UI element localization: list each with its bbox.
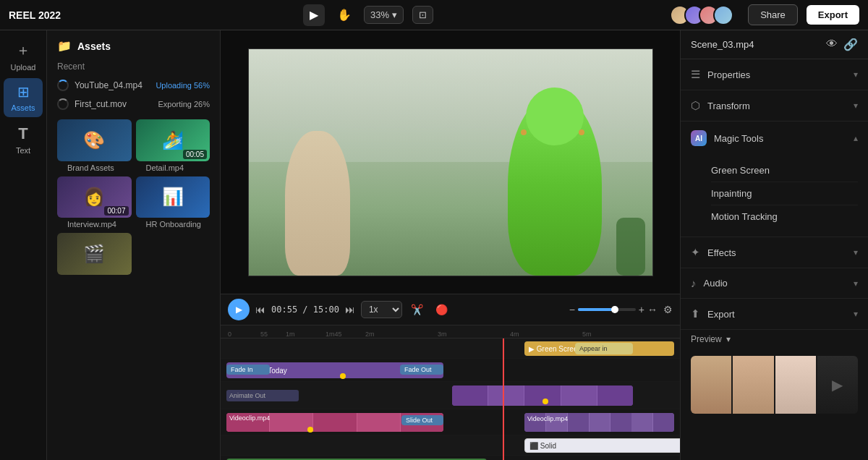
speed-select[interactable]: 1x2x0.5x [361, 301, 402, 318]
clip-appear[interactable]: Appear in [575, 343, 633, 354]
section-magic-tools: AI Magic Tools ▴ Green Screen Inpainting… [681, 122, 868, 237]
asset-duration-interview: 00:07 [104, 206, 128, 216]
export-button[interactable]: Export [807, 5, 859, 25]
ai-badge: AI [691, 130, 707, 146]
section-magic-tools-title: AI Magic Tools [691, 130, 763, 146]
asset-thumb-brand[interactable]: 🎨 Brand Assets [57, 119, 132, 172]
transform-icon: ⬡ [691, 99, 700, 112]
pan-tool[interactable]: ✋ [333, 4, 355, 26]
zoom-value: 33% [370, 9, 389, 20]
upload-row-1: YouTube_04.mp4 Uploading 56% [47, 76, 220, 95]
effects-icon: ✦ [691, 246, 700, 259]
sidebar-upload-label: Upload [11, 63, 36, 72]
keyframe-2 [542, 399, 548, 404]
section-export-header[interactable]: ⬆ Export ▾ [681, 299, 868, 329]
skip-back-button[interactable]: ⏮ [255, 304, 265, 315]
preview-label[interactable]: Preview ▾ [681, 330, 868, 349]
sidebar-assets-label: Assets [11, 103, 35, 112]
asset-thumb-interview[interactable]: 👩 00:07 Interview.mp4 [57, 176, 132, 229]
sidebar-item-assets[interactable]: ⊞ Assets [4, 78, 43, 117]
tracks-container: ▶ Green Screen Video Appear in T Availab… [221, 338, 680, 460]
section-transform-header[interactable]: ⬡ Transform ▾ [681, 90, 868, 121]
assets-icon: ⊞ [17, 83, 30, 101]
clip-fade-in[interactable]: Fade In [226, 365, 270, 375]
left-sidebar: ＋ Upload ⊞ Assets T Text [0, 30, 47, 460]
play-button[interactable]: ▶ [228, 299, 250, 320]
preview-face-1 [691, 356, 731, 414]
zoom-select[interactable]: 33% ▾ [364, 6, 404, 24]
track-row-audio: ◀ Audio layer.mp4 [221, 456, 680, 460]
section-effects-header[interactable]: ✦ Effects ▾ [681, 237, 868, 268]
preview-faces: ▶ [691, 356, 858, 414]
preview-face-2 [733, 356, 773, 414]
asset-thumb-detail[interactable]: 🏄 00:05 Detail.mp4 [136, 119, 210, 172]
text-icon: T [18, 124, 27, 143]
asset-thumb-misc[interactable]: 🎬 [57, 233, 132, 275]
timeline-ruler: 0 55 1m 1m45 2m 3m 4m 5m [221, 325, 680, 338]
magic-tools-inpainting[interactable]: Inpainting [711, 182, 858, 205]
effects-chevron: ▾ [854, 247, 858, 257]
clip-fade-out[interactable]: Fade Out [400, 365, 443, 375]
clip-video-pink-label: Videoclip.mp4 [229, 414, 270, 422]
section-magic-tools-header[interactable]: AI Magic Tools ▴ [681, 122, 868, 155]
header-icons: 👁 🔗 [826, 38, 858, 51]
magic-tools-green-screen[interactable]: Green Screen [711, 159, 858, 182]
time-current: 00:55 [271, 304, 297, 315]
recent-label: Recent [47, 59, 220, 76]
section-export: ⬆ Export ▾ [681, 299, 868, 330]
audio-chevron: ▾ [854, 278, 858, 289]
preview-face-3 [775, 356, 816, 414]
timeline-settings-icon[interactable]: ⚙ [663, 304, 673, 315]
cut-tool-button[interactable]: ✂️ [408, 300, 427, 319]
clip-solid[interactable]: ⬛ Solid [524, 438, 680, 453]
export-icon: ⬆ [691, 307, 700, 320]
fit-zoom-icon[interactable]: ↔ [647, 304, 658, 315]
zoom-slider[interactable] [578, 308, 636, 311]
sidebar-item-text[interactable]: T Text [4, 120, 43, 159]
upload-spinner-2 [57, 98, 69, 110]
keyframe-1 [340, 373, 346, 379]
upload-filename-2: First_cut.mov [75, 99, 152, 109]
section-audio: ♪ Audio ▾ [681, 268, 868, 299]
right-panel-header: Scene_03.mp4 👁 🔗 [681, 30, 868, 59]
clip-slide-out[interactable]: Slide Out [401, 415, 443, 425]
share-button[interactable]: Share [748, 4, 798, 25]
magnet-tool-button[interactable]: 🔴 [433, 300, 451, 319]
clip-video-purple2[interactable]: Videoclip.mp4 [524, 413, 674, 432]
skip-forward-button[interactable]: ⏭ [345, 304, 355, 315]
track-row-greenscreen: ▶ Green Screen Video Appear in [221, 338, 680, 359]
section-audio-header[interactable]: ♪ Audio ▾ [681, 268, 868, 298]
magic-tools-motion-tracking[interactable]: Motion Tracking [711, 205, 858, 228]
app-title: REEL 2022 [9, 9, 61, 21]
magic-tools-content: Green Screen Inpainting Motion Tracking [681, 155, 868, 237]
sidebar-item-upload[interactable]: ＋ Upload [4, 36, 43, 75]
clip-video-purple[interactable] [452, 386, 633, 406]
captions-button[interactable]: ⊡ [412, 6, 433, 24]
assets-header: 📁 Assets [47, 30, 220, 59]
main-area: ＋ Upload ⊞ Assets T Text 📁 Assets Recent… [0, 30, 868, 460]
assets-panel: 📁 Assets Recent YouTube_04.mp4 Uploading… [47, 30, 221, 460]
zoom-out-icon[interactable]: − [569, 304, 575, 315]
link-icon[interactable]: 🔗 [843, 38, 858, 51]
visibility-icon[interactable]: 👁 [826, 38, 838, 51]
upload-progress-2: Exporting 26% [158, 100, 210, 108]
section-effects-title: ✦ Effects [691, 246, 736, 259]
asset-label-detail: Detail.mp4 [136, 163, 210, 172]
section-properties-title: ☰ Properties [691, 68, 750, 81]
time-total: 15:00 [313, 304, 339, 315]
section-properties: ☰ Properties ▾ [681, 59, 868, 90]
playhead [503, 338, 504, 460]
time-display: 00:55 / 15:00 [271, 304, 339, 315]
select-tool[interactable]: ▶ [303, 4, 325, 26]
clip-animate-out[interactable]: Animate Out [226, 390, 299, 401]
asset-label-interview: Interview.mp4 [57, 220, 132, 229]
zoom-in-icon[interactable]: + [639, 304, 644, 315]
section-audio-title: ♪ Audio [691, 277, 728, 289]
upload-progress-1: Uploading 56% [156, 81, 210, 90]
section-properties-header[interactable]: ☰ Properties ▾ [681, 59, 868, 90]
zoom-chevron: ▾ [392, 9, 397, 20]
asset-thumb-hr[interactable]: 📊 HR Onboarding [136, 176, 210, 229]
upload-filename-1: YouTube_04.mp4 [75, 80, 150, 90]
avatar-group [670, 5, 733, 25]
asset-label-brand: Brand Assets [57, 163, 132, 172]
